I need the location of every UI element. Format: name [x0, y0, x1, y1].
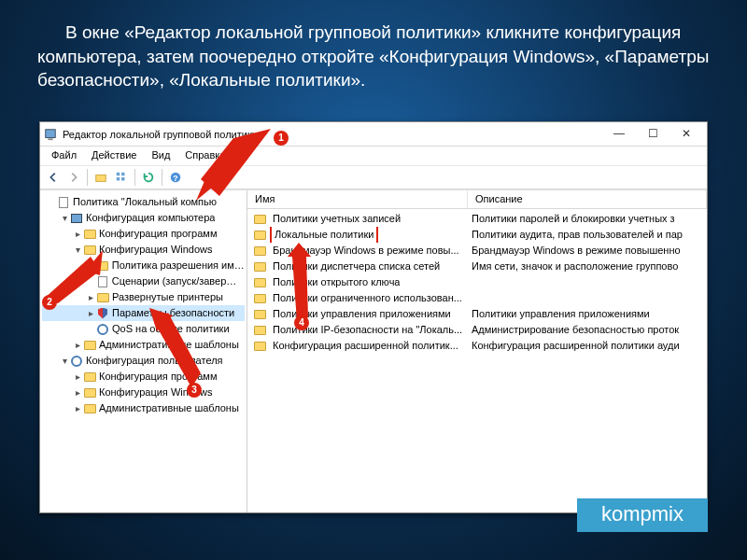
instruction-text: В окне «Редактор локальной групповой пол…	[0, 0, 747, 92]
watermark: kompmix	[577, 498, 708, 532]
list-item[interactable]: Конфигурация расширенной политик...Конфи…	[247, 338, 707, 354]
tree-node[interactable]: ▾Конфигурация компьютера	[42, 210, 245, 226]
maximize-button[interactable]: ☐	[636, 125, 669, 144]
column-header[interactable]: Имя Описание	[247, 190, 707, 209]
list-item[interactable]: Политики учетных записейПолитики паролей…	[247, 211, 707, 227]
minimize-button[interactable]: —	[602, 125, 636, 144]
tree-node[interactable]: ▸Административные шаблоны	[42, 400, 245, 416]
view-button[interactable]	[112, 168, 131, 187]
svg-rect-0	[46, 129, 56, 137]
forward-button[interactable]	[64, 168, 83, 187]
tree-node[interactable]: ▸Конфигурация Windows	[42, 385, 245, 400]
list-item[interactable]: Политики открытого ключа	[247, 274, 707, 290]
badge-2: 2	[42, 295, 57, 310]
tree-node[interactable]: ▸Развернутые принтеры	[42, 289, 245, 305]
menu-действие[interactable]: Действие	[86, 148, 142, 163]
menu-файл[interactable]: Файл	[46, 148, 82, 163]
refresh-button[interactable]	[139, 168, 158, 187]
menu-справка[interactable]: Справка	[179, 148, 231, 163]
list-item[interactable]: Локальные политикиПолитики аудита, прав …	[247, 227, 707, 243]
tree-node[interactable]: ▾Конфигурация пользователя	[42, 353, 245, 369]
up-button[interactable]	[92, 168, 110, 187]
list-item[interactable]: Политики IP-безопасности на "Локаль...Ад…	[247, 322, 707, 338]
svg-rect-4	[121, 173, 125, 176]
details-panel: Имя Описание Политики учетных записейПол…	[247, 190, 707, 512]
close-button[interactable]: ✕	[669, 125, 703, 144]
column-name[interactable]: Имя	[247, 190, 468, 208]
badge-1: 1	[274, 131, 289, 146]
badge-3: 3	[187, 383, 202, 398]
column-desc[interactable]: Описание	[468, 190, 707, 208]
tree-node[interactable]: ▸Административные шаблоны	[42, 337, 245, 353]
svg-rect-2	[96, 175, 106, 181]
tree-node[interactable]: ▸Параметры безопасности	[42, 305, 245, 321]
svg-text:?: ?	[173, 174, 177, 183]
tree-panel[interactable]: Политика "Локальный компью▾Конфигурация …	[40, 190, 247, 512]
titlebar: Редактор локальной групповой политики — …	[40, 122, 707, 147]
menubar: ФайлДействиеВидСправка	[40, 147, 707, 165]
svg-rect-3	[117, 173, 120, 176]
tree-node[interactable]: ▸Конфигурация программ	[42, 369, 245, 385]
policy-list[interactable]: Политики учетных записейПолитики паролей…	[247, 209, 707, 512]
app-icon	[44, 128, 57, 141]
toolbar: ?	[40, 165, 707, 189]
tree-node[interactable]: Сценарии (запуск/завершен	[42, 273, 245, 289]
svg-rect-6	[121, 177, 125, 181]
window-title: Редактор локальной групповой политики	[63, 129, 602, 140]
tree-node[interactable]: ▸Конфигурация программ	[42, 226, 245, 242]
back-button[interactable]	[44, 168, 63, 187]
tree-node[interactable]: Политика разрешения имен	[42, 258, 245, 273]
svg-rect-5	[117, 177, 120, 181]
list-item[interactable]: Политики ограниченного использован...	[247, 290, 707, 306]
badge-4: 4	[294, 315, 309, 330]
help-button[interactable]: ?	[166, 168, 185, 187]
svg-rect-1	[48, 138, 52, 140]
list-item[interactable]: Политики диспетчера списка сетейИмя сети…	[247, 259, 707, 274]
tree-node[interactable]: QoS на основе политики	[42, 321, 245, 337]
list-item[interactable]: Брандмауэр Windows в режиме повы...Бранд…	[247, 243, 707, 259]
list-item[interactable]: Политики управления приложениямиПолитики…	[247, 306, 707, 322]
gpedit-window: Редактор локальной групповой политики — …	[39, 121, 708, 513]
tree-node[interactable]: Политика "Локальный компью	[42, 194, 245, 210]
tree-node[interactable]: ▾Конфигурация Windows	[42, 242, 245, 258]
menu-вид[interactable]: Вид	[146, 148, 176, 163]
